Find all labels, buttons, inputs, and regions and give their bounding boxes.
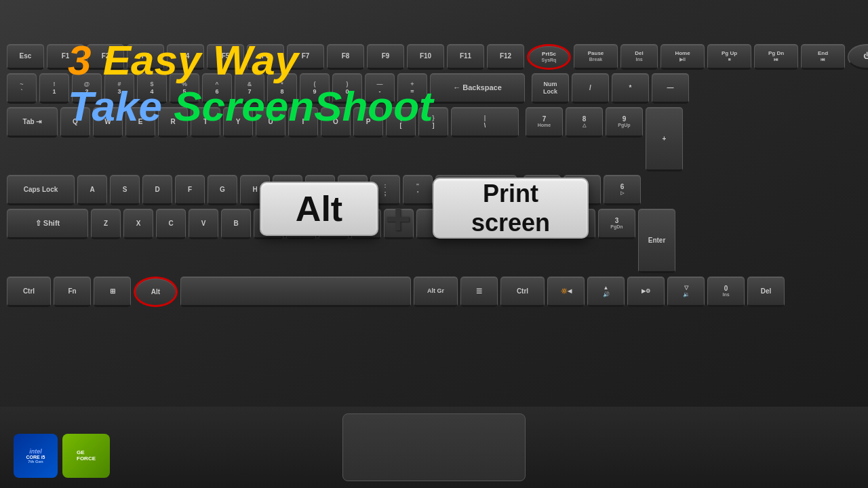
key-num-plus[interactable]: +: [646, 107, 683, 171]
alt-key-label: Alt: [296, 188, 342, 229]
key-f[interactable]: F: [175, 175, 205, 205]
key-num-9[interactable]: 9PgUp: [606, 107, 643, 138]
key-windows[interactable]: ⊞: [94, 277, 131, 307]
printscreen-key-label: Printscreen: [471, 179, 550, 237]
key-left-alt[interactable]: Alt: [134, 277, 178, 307]
key-pgdn[interactable]: Pg Dn⏭: [754, 44, 798, 70]
key-left-ctrl[interactable]: Ctrl: [7, 277, 51, 307]
key-right-alt[interactable]: Alt Gr: [414, 277, 458, 307]
key-backspace[interactable]: ← Backspace: [430, 73, 525, 104]
key-num-star[interactable]: *: [612, 73, 649, 104]
key-c[interactable]: C: [156, 209, 186, 239]
key-d[interactable]: D: [142, 175, 172, 205]
alt-key-overlay: Alt: [260, 182, 378, 236]
key-num-dot[interactable]: Del: [747, 277, 785, 307]
key-num-lock[interactable]: NumLock: [532, 73, 569, 104]
title-line2: Take ScreenShoot: [68, 83, 433, 129]
key-a[interactable]: A: [77, 175, 107, 205]
control-key-row: Ctrl Fn ⊞ Alt Alt Gr ☰ Ctrl 🔆◀ ▲🔊 ▶⚙ ▽🔉 …: [7, 277, 861, 307]
key-num-3[interactable]: 3PgDn: [598, 209, 635, 239]
key-backslash[interactable]: |\: [451, 107, 519, 138]
key-del[interactable]: DelIns: [620, 44, 658, 70]
key-z[interactable]: Z: [91, 209, 121, 239]
title-line1: 3 Easy Way: [68, 37, 433, 83]
key-play[interactable]: ▶⚙: [627, 277, 665, 307]
key-tilde[interactable]: ~`: [7, 73, 37, 104]
key-b[interactable]: B: [221, 209, 251, 239]
key-fn[interactable]: Fn: [54, 277, 91, 307]
key-caps-lock[interactable]: Caps Lock: [7, 175, 75, 205]
key-spacebar[interactable]: [180, 277, 411, 307]
key-brightness-down[interactable]: 🔆◀: [547, 277, 585, 307]
key-num-slash[interactable]: /: [572, 73, 609, 104]
intel-badge: intel CORE i5 7th Gen: [14, 434, 58, 478]
key-num-0[interactable]: 0Ins: [707, 277, 745, 307]
key-f11[interactable]: F11: [447, 44, 484, 70]
key-s[interactable]: S: [110, 175, 140, 205]
key-g[interactable]: G: [208, 175, 237, 205]
touchpad[interactable]: [342, 413, 526, 481]
key-menu[interactable]: ☰: [460, 277, 498, 307]
key-num-8[interactable]: 8△: [566, 107, 603, 138]
key-v[interactable]: V: [189, 209, 218, 239]
key-vol-up[interactable]: ▲🔊: [587, 277, 625, 307]
key-esc[interactable]: Esc: [7, 44, 44, 70]
key-end[interactable]: End⏮: [801, 44, 845, 70]
key-num-7[interactable]: 7Home: [526, 107, 563, 138]
key-pause[interactable]: PauseBreak: [574, 44, 618, 70]
printscreen-key-overlay: Printscreen: [433, 178, 589, 239]
key-vol-down[interactable]: ▽🔉: [667, 277, 705, 307]
key-power[interactable]: ⏻: [848, 44, 868, 70]
key-home[interactable]: Home▶II: [660, 44, 705, 70]
title-overlay: 3 Easy Way Take ScreenShoot: [68, 37, 433, 129]
key-f12[interactable]: F12: [487, 44, 524, 70]
key-num-6[interactable]: 6▷: [604, 175, 641, 205]
key-tab[interactable]: Tab ⇥: [7, 107, 58, 138]
key-1[interactable]: !1: [39, 73, 69, 104]
key-x[interactable]: X: [123, 209, 153, 239]
title-number: 3: [68, 37, 91, 83]
key-pgup[interactable]: Pg Up■: [707, 44, 751, 70]
plus-sign: +: [385, 193, 411, 244]
title-screenshot: ScreenShoot: [174, 83, 433, 129]
laptop-bottom: intel CORE i5 7th Gen GEFORCE: [0, 407, 868, 488]
title-take: Take: [68, 83, 174, 129]
nvidia-badge: GEFORCE: [62, 434, 110, 478]
title-easy-way: Easy Way: [103, 37, 298, 83]
key-prtsc[interactable]: PrtScSysRq: [527, 44, 571, 70]
key-num-minus[interactable]: —: [652, 73, 689, 104]
key-num-enter[interactable]: Enter: [638, 209, 675, 273]
key-left-shift[interactable]: ⇧ Shift: [7, 209, 88, 239]
key-right-ctrl[interactable]: Ctrl: [500, 277, 545, 307]
